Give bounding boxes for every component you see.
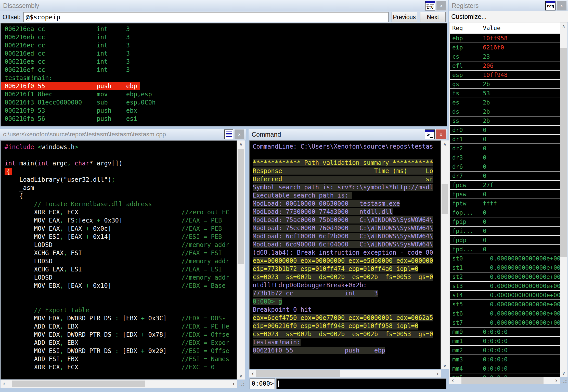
register-row[interactable]: fpcw27f [449,180,560,190]
scrollbar-thumb[interactable] [256,370,340,377]
code-segment: 0x30] [100,217,123,224]
scrollbar-thumb[interactable] [238,149,244,264]
command-output[interactable]: CommandLine: C:\Users\Xenofon\source\rep… [249,140,441,369]
register-row[interactable]: fpdp0 [449,236,560,245]
value-column-header[interactable]: Value [480,22,560,34]
register-row[interactable]: st0 0.00000000000000e+00 [449,254,560,263]
register-row[interactable]: ebp10ff958 [449,34,560,43]
register-row[interactable]: dr00 [449,125,560,135]
disasm-line[interactable]: 006216ef cc int 3 [1,66,447,74]
close-icon[interactable]: x [436,1,446,10]
command-vertical-scrollbar[interactable] [441,140,449,369]
scroll-up-icon[interactable] [560,22,567,30]
close-icon[interactable]: x [557,1,566,10]
register-row[interactable]: st2 0.00000000000000e+00 [449,272,560,281]
scroll-right-icon[interactable] [434,370,441,377]
source-horizontal-scrollbar[interactable] [1,380,237,388]
scroll-left-icon[interactable] [249,370,256,377]
source-titlebar[interactable]: c:\users\xenofon\source\repos\testasm\te… [0,129,246,140]
register-row[interactable]: st3 0.00000000000000e+00 [449,281,560,291]
register-row[interactable]: st5 0.00000000000000e+00 [449,300,560,309]
source-code[interactable]: #include <windows.h>int main(int argc, c… [1,140,237,380]
disasm-line[interactable]: 006216ed cc int 3 [1,49,447,58]
scroll-left-icon[interactable] [1,380,8,388]
scroll-right-icon[interactable] [230,380,237,388]
register-row[interactable]: mm50:0:0:0 [449,373,560,377]
disasm-line[interactable]: 006216ec cc int 3 [1,41,447,49]
disassembly-titlebar[interactable]: Disassembly 1.0 x [0,0,448,11]
register-row[interactable]: fop...0 [449,208,560,217]
disasm-line[interactable]: 006216ee cc int 3 [1,58,447,66]
source-vertical-scrollbar[interactable] [237,140,245,380]
register-row[interactable]: esp10ff948 [449,70,560,80]
disasm-line-current[interactable]: 006216f0 55 push ebp [1,82,140,90]
scroll-down-icon[interactable] [237,372,245,380]
scroll-left-icon[interactable] [449,377,456,384]
register-row[interactable]: st6 0.00000000000000e+00 [449,309,560,318]
register-row[interactable]: dr30 [449,153,560,162]
register-row[interactable]: st4 0.00000000000000e+00 [449,291,560,300]
scroll-down-icon[interactable] [441,362,449,369]
customize-button[interactable]: Customize... [449,11,568,22]
register-row[interactable]: gs2b [449,80,560,89]
register-row[interactable]: st7 0.00000000000000e+00 [449,318,560,327]
register-row[interactable]: fpi...0 [449,226,560,236]
register-row[interactable]: eip6216f0 [449,43,560,52]
code-segment: //ESI = PEB- [111,233,226,240]
command-horizontal-scrollbar[interactable] [249,370,441,377]
disasm-line[interactable]: 006216f9 53 push ebx [1,107,447,115]
register-row[interactable]: dr20 [449,144,560,153]
disasm-line[interactable]: 006216fa 56 push esi [1,115,447,123]
registers-horizontal-scrollbar[interactable] [449,377,560,384]
next-button[interactable]: Next [420,12,446,22]
register-row[interactable]: es2b [449,98,560,107]
close-icon[interactable]: x [436,129,446,139]
disasm-line[interactable]: 006216eb cc int 3 [1,33,447,41]
register-row[interactable]: efl206 [449,61,560,70]
register-row[interactable]: fpip0 [449,217,560,226]
resize-grip[interactable] [238,380,246,388]
source-line: MOV EAX, [EAX + 0x0c] //EAX = PEB- [1,225,237,233]
scroll-right-icon[interactable] [553,377,560,384]
disasm-line[interactable]: 006216ea cc int 3 [1,25,447,33]
command-line: eax=6cef4750 ebx=00e77000 ecx=00000001 e… [250,314,441,322]
scroll-up-icon[interactable] [441,140,449,148]
register-row[interactable]: dr70 [449,171,560,180]
reg-column-header[interactable]: Reg [449,22,480,34]
register-row[interactable]: fptwffff [449,199,560,208]
register-row[interactable]: mm10:0:0:0 [449,336,560,346]
close-icon[interactable]: x [235,129,244,139]
command-titlebar[interactable]: Command >_ x [249,129,447,140]
scrollbar-thumb[interactable] [12,381,145,387]
register-row[interactable]: dr60 [449,162,560,171]
register-row[interactable]: mm30:0:0:0 [449,355,560,364]
register-row[interactable]: mm20:0:0:0 [449,346,560,355]
register-row[interactable]: ds2b [449,107,560,116]
register-row[interactable]: mm40:0:0:0 [449,364,560,373]
code-segment: [EAX [63,233,86,240]
disassembly-listing[interactable]: 006216ea cc int 3006216eb cc int 3006216… [1,23,447,126]
offset-input[interactable] [23,12,389,22]
resize-grip[interactable] [560,377,568,384]
scroll-up-icon[interactable] [237,140,245,148]
previous-button[interactable]: Previous [392,12,417,22]
registers-titlebar[interactable]: Registers reg x [449,0,568,11]
disasm-line[interactable]: 006216f3 81ecc0000000 sub esp,0C0h [1,98,447,107]
scrollbar-thumb[interactable] [560,48,567,257]
scrollbar-thumb[interactable] [461,377,544,384]
register-row[interactable]: st1 0.00000000000000e+00 [449,263,560,272]
disasm-line[interactable]: 006216f1 8bec mov ebp,esp [1,90,447,98]
register-row[interactable]: dr10 [449,135,560,144]
register-name: fpsw [449,190,480,199]
register-row[interactable]: ss2b [449,116,560,125]
registers-vertical-scrollbar[interactable] [560,22,567,377]
register-row[interactable]: fpd...0 [449,245,560,254]
register-row[interactable]: fpsw0 [449,190,560,199]
disasm-line[interactable]: testasm!main: [1,74,447,82]
register-row[interactable]: mm00:0:0:0 [449,327,560,336]
scroll-down-icon[interactable] [560,370,567,377]
register-row[interactable]: fs53 [449,89,560,98]
command-input[interactable] [276,378,446,389]
register-row[interactable]: cs23 [449,52,560,61]
scrollbar-thumb[interactable] [442,184,448,214]
